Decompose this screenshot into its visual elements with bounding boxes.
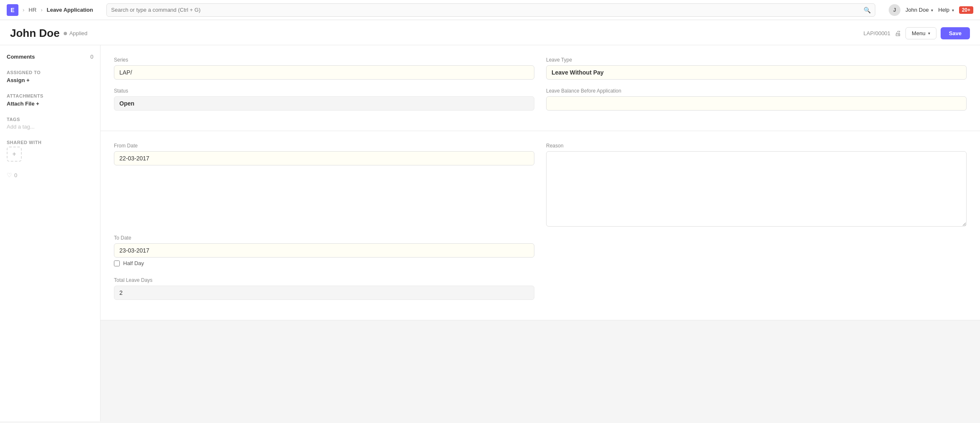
user-dropdown-arrow: ▾ bbox=[931, 8, 933, 13]
search-box[interactable]: 🔍 bbox=[106, 3, 875, 17]
breadcrumb-hr[interactable]: HR bbox=[28, 7, 36, 13]
comments-count: 0 bbox=[90, 54, 93, 60]
app-logo: E bbox=[7, 4, 18, 16]
form-section-1: Series Leave Type Status Open Leave Bala… bbox=[101, 45, 980, 131]
attach-file-button[interactable]: Attach File + bbox=[7, 101, 39, 107]
likes-count: 0 bbox=[14, 172, 17, 178]
form-row-4: To Date Half Day Total Leave Days 2 bbox=[114, 235, 967, 300]
content-area: Series Leave Type Status Open Leave Bala… bbox=[101, 45, 980, 421]
navbar-right: J John Doe ▾ Help ▾ 20+ bbox=[889, 4, 973, 16]
menu-dropdown-arrow: ▾ bbox=[928, 31, 930, 36]
page-header: John Doe Applied LAP/00001 🖨 Menu ▾ Save bbox=[0, 20, 980, 45]
half-day-label: Half Day bbox=[123, 260, 144, 266]
attachments-label: ATTACHMENTS bbox=[7, 93, 93, 98]
leave-type-input[interactable] bbox=[546, 65, 967, 80]
doc-title: John Doe bbox=[10, 27, 59, 40]
sidebar-comments-section: Comments 0 bbox=[7, 54, 93, 60]
from-date-input[interactable] bbox=[114, 151, 534, 165]
comments-label: Comments bbox=[7, 54, 35, 60]
user-avatar: J bbox=[889, 4, 900, 16]
sidebar-shared-section: SHARED WITH + bbox=[7, 140, 93, 162]
from-date-group: From Date bbox=[114, 143, 534, 227]
breadcrumb-sep-1: › bbox=[23, 7, 24, 13]
page-header-right: LAP/00001 🖨 Menu ▾ Save bbox=[864, 27, 970, 39]
sidebar: Comments 0 ASSIGNED TO Assign + ATTACHME… bbox=[0, 45, 101, 421]
search-icon: 🔍 bbox=[864, 7, 871, 13]
status-group: Status Open bbox=[114, 88, 534, 111]
total-leave-days-label: Total Leave Days bbox=[114, 277, 534, 283]
leave-balance-label: Leave Balance Before Application bbox=[546, 88, 967, 94]
half-day-row: Half Day bbox=[114, 260, 534, 266]
save-button[interactable]: Save bbox=[941, 27, 970, 39]
series-input[interactable] bbox=[114, 65, 534, 80]
form-row-1: Series Leave Type bbox=[114, 57, 967, 80]
total-leave-days-group: Total Leave Days 2 bbox=[114, 277, 534, 300]
status-label: Applied bbox=[69, 30, 87, 36]
print-icon[interactable]: 🖨 bbox=[895, 30, 901, 37]
status-field: Open bbox=[114, 96, 534, 111]
reason-group: Reason bbox=[546, 143, 967, 227]
form-row-3: From Date Reason bbox=[114, 143, 967, 227]
sidebar-assigned-section: ASSIGNED TO Assign + bbox=[7, 70, 93, 83]
main-layout: Comments 0 ASSIGNED TO Assign + ATTACHME… bbox=[0, 45, 980, 421]
doc-id: LAP/00001 bbox=[864, 30, 890, 36]
to-date-group: To Date Half Day Total Leave Days 2 bbox=[114, 235, 534, 300]
leave-balance-input[interactable] bbox=[546, 96, 967, 111]
add-tag-input[interactable]: Add a tag... bbox=[7, 124, 93, 130]
shared-with-label: SHARED WITH bbox=[7, 140, 93, 145]
form-row-2: Status Open Leave Balance Before Applica… bbox=[114, 88, 967, 111]
add-shared-button[interactable]: + bbox=[7, 147, 22, 162]
series-label: Series bbox=[114, 57, 534, 63]
half-day-checkbox[interactable] bbox=[114, 261, 120, 266]
to-date-label: To Date bbox=[114, 235, 534, 241]
search-input[interactable] bbox=[111, 7, 864, 13]
assign-button[interactable]: Assign + bbox=[7, 77, 30, 83]
reason-label: Reason bbox=[546, 143, 967, 149]
total-leave-days-value: 2 bbox=[114, 286, 534, 300]
sidebar-tags-section: TAGS Add a tag... bbox=[7, 117, 93, 130]
sidebar-attachments-section: ATTACHMENTS Attach File + bbox=[7, 93, 93, 107]
navbar: E › HR › Leave Application 🔍 J John Doe … bbox=[0, 0, 980, 20]
status-dot bbox=[64, 32, 67, 35]
heart-icon[interactable]: ♡ bbox=[7, 172, 12, 178]
user-name[interactable]: John Doe ▾ bbox=[905, 7, 933, 13]
page-header-left: John Doe Applied bbox=[10, 27, 88, 40]
from-date-label: From Date bbox=[114, 143, 534, 149]
reason-textarea[interactable] bbox=[546, 151, 967, 227]
likes-section: ♡ 0 bbox=[7, 172, 93, 178]
leave-type-group: Leave Type bbox=[546, 57, 967, 80]
notification-badge[interactable]: 20+ bbox=[959, 6, 973, 14]
tags-label: TAGS bbox=[7, 117, 93, 122]
series-group: Series bbox=[114, 57, 534, 80]
breadcrumb-current: Leave Application bbox=[46, 7, 93, 13]
help-dropdown-arrow: ▾ bbox=[952, 8, 954, 13]
leave-type-label: Leave Type bbox=[546, 57, 967, 63]
leave-balance-group: Leave Balance Before Application bbox=[546, 88, 967, 111]
status-field-label: Status bbox=[114, 88, 534, 94]
to-date-input[interactable] bbox=[114, 243, 534, 258]
status-badge: Applied bbox=[64, 30, 87, 36]
menu-button[interactable]: Menu ▾ bbox=[905, 27, 936, 39]
help-link[interactable]: Help ▾ bbox=[938, 7, 954, 13]
breadcrumb-sep-2: › bbox=[41, 7, 42, 13]
assigned-to-label: ASSIGNED TO bbox=[7, 70, 93, 75]
form-section-2: From Date Reason To Date Half Day bbox=[101, 131, 980, 320]
